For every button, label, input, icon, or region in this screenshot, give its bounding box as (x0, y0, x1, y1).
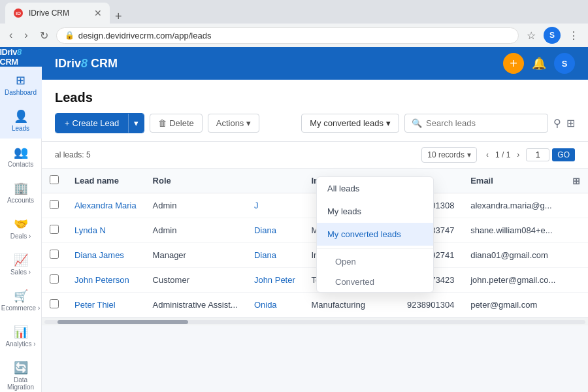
user-avatar[interactable]: S (554, 53, 575, 74)
email-cell: john.peter@gmail.co... (463, 268, 564, 293)
back-button[interactable]: ‹ (5, 28, 16, 42)
accounts-icon: 🏢 (14, 181, 28, 195)
forward-button[interactable]: › (20, 28, 31, 42)
row-checkbox[interactable] (50, 250, 59, 259)
sidebar-item-data-migration[interactable]: 🔄 Data Migration (0, 354, 42, 392)
owner-cell: J (246, 193, 304, 218)
columns-config-icon[interactable]: ⊞ (572, 176, 580, 186)
reload-button[interactable]: ↻ (36, 28, 52, 43)
email-cell: diana01@gmail.com (463, 243, 564, 268)
grid-view-icon[interactable]: ⊞ (566, 117, 575, 129)
role-cell: Manager (145, 243, 246, 268)
new-tab-button[interactable]: + (110, 10, 127, 24)
email-cell: peter@gmail.com (463, 293, 564, 318)
notifications-bell[interactable]: 🔔 (532, 56, 546, 71)
create-lead-dropdown-button[interactable]: ▾ (128, 114, 144, 133)
bookmark-button[interactable]: ☆ (523, 28, 540, 43)
email-cell: alexandra.maria@g... (463, 193, 564, 218)
page-number-input[interactable] (526, 148, 549, 161)
page-title: Leads (55, 90, 575, 105)
ecommerce-icon: 🛒 (14, 289, 28, 303)
create-lead-button[interactable]: + Create Lead (56, 114, 128, 133)
lead-name-cell[interactable]: Lynda N (67, 218, 145, 243)
table-row: Alexandra Maria Admin J 9008901308 alexa… (42, 193, 588, 218)
add-button[interactable]: + (503, 53, 524, 74)
next-page-button[interactable]: › (513, 149, 523, 161)
sales-icon: 📈 (14, 253, 28, 267)
sidebar-item-accounts[interactable]: 🏢 Accounts (0, 174, 42, 210)
lead-name-cell[interactable]: Peter Thiel (67, 293, 145, 318)
app-name: IDriv8 CRM (55, 57, 118, 71)
records-bar: al leads: 5 10 records ▾ ‹ 1 / 1 › GO (42, 142, 588, 169)
owner-cell: Diana (246, 243, 304, 268)
sidebar-item-sales[interactable]: 📈 Sales › (0, 246, 42, 282)
records-per-page-dropdown[interactable]: 10 records ▾ (421, 147, 477, 163)
search-input[interactable] (426, 118, 541, 128)
delete-button[interactable]: 🗑 Delete (150, 114, 203, 133)
plus-icon: + (65, 118, 70, 128)
table-row: Peter Thiel Administrative Assist... Oni… (42, 293, 588, 318)
menu-button[interactable]: ⋮ (564, 28, 583, 43)
lock-icon: 🔒 (65, 31, 74, 40)
tab-favicon: iD (13, 8, 24, 18)
records-chevron-icon: ▾ (467, 150, 471, 159)
filter-open[interactable]: Open (317, 252, 433, 272)
horizontal-scrollbar[interactable] (42, 318, 588, 325)
sidebar-item-dashboard[interactable]: ⊞ Dashboard (0, 67, 42, 103)
contacts-icon: 👥 (14, 145, 28, 159)
trash-icon: 🗑 (158, 118, 167, 128)
row-checkbox[interactable] (50, 299, 59, 308)
row-checkbox[interactable] (50, 274, 59, 284)
records-total-info: al leads: 5 (55, 150, 91, 159)
role-cell: Administrative Assist... (145, 293, 246, 318)
dropdown-divider (317, 248, 433, 249)
go-button[interactable]: GO (552, 148, 575, 161)
sidebar-item-ecommerce[interactable]: 🛒 Ecommerce › (0, 282, 42, 318)
owner-cell: John Peter (246, 268, 304, 293)
sidebar-item-contacts[interactable]: 👥 Contacts (0, 139, 42, 174)
email-cell: shane.william084+e... (463, 218, 564, 243)
filter-icon[interactable]: ⚲ (553, 117, 561, 129)
lead-name-cell[interactable]: Diana James (67, 243, 145, 268)
search-icon: 🔍 (412, 118, 422, 128)
table-row: Diana James Manager Diana Information te… (42, 243, 588, 268)
filter-converted[interactable]: Converted (317, 272, 433, 292)
sidebar-item-leads[interactable]: 👤 Leads (0, 103, 42, 139)
filter-my-leads[interactable]: My leads (317, 200, 433, 223)
industry-cell: Manufacturing (303, 293, 399, 318)
prev-page-button[interactable]: ‹ (482, 149, 493, 161)
filter-dropdown[interactable]: My converted leads ▾ (301, 114, 399, 133)
lead-name-cell[interactable]: John Peterson (67, 268, 145, 293)
tab-title: IDrive CRM (29, 8, 69, 18)
mobile-cell: 9238901304 (399, 293, 463, 318)
row-checkbox[interactable] (50, 200, 59, 209)
actions-button[interactable]: Actions ▾ (208, 114, 260, 133)
column-lead-name: Lead name (67, 169, 145, 193)
sidebar-item-deals[interactable]: 🤝 Deals › (0, 210, 42, 246)
owner-cell: Onida (246, 293, 304, 318)
filter-my-converted-leads[interactable]: My converted leads (317, 223, 433, 246)
migration-icon: 🔄 (14, 361, 28, 375)
url-display: design.devidrivecrm.com/app/leads (78, 31, 510, 41)
table-row: Lynda N Admin Diana Manufacturing 794568… (42, 218, 588, 243)
address-bar[interactable]: 🔒 design.devidrivecrm.com/app/leads (56, 27, 519, 44)
filter-all-leads[interactable]: All leads (317, 177, 433, 200)
browser-tab[interactable]: iD IDrive CRM ✕ (5, 3, 110, 24)
analytics-icon: 📊 (14, 325, 28, 339)
select-all-checkbox[interactable] (50, 175, 59, 184)
row-checkbox[interactable] (50, 225, 59, 234)
role-cell: Customer (145, 268, 246, 293)
table-row: John Peterson Customer John Peter Techni… (42, 268, 588, 293)
app-logo: IDriv8 CRM (0, 47, 42, 67)
browser-profile-button[interactable]: S (544, 27, 561, 44)
toolbar: + Create Lead ▾ 🗑 Delete Actions ▾ (55, 113, 575, 141)
leads-icon: 👤 (14, 109, 28, 123)
sidebar-item-analytics[interactable]: 📊 Analytics › (0, 318, 42, 354)
dashboard-icon: ⊞ (16, 73, 25, 88)
tab-close-button[interactable]: ✕ (94, 8, 102, 18)
role-cell: Admin (145, 193, 246, 218)
lead-name-cell[interactable]: Alexandra Maria (67, 193, 145, 218)
search-box[interactable]: 🔍 (404, 114, 548, 133)
column-owner (246, 169, 304, 193)
sidebar: IDriv8 CRM ⊞ Dashboard 👤 Leads 👥 Contact… (0, 47, 42, 392)
